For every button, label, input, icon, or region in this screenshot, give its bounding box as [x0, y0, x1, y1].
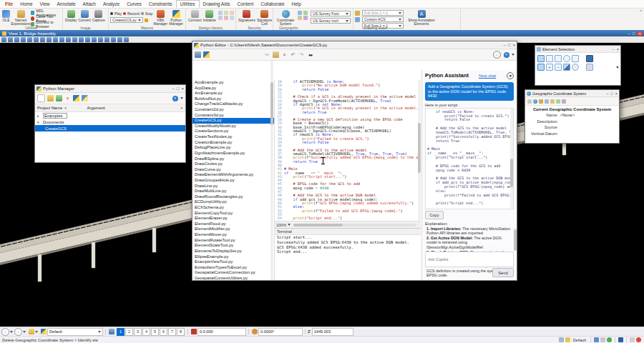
settings-icon[interactable]: ◦: [493, 51, 501, 59]
display-button[interactable]: Display: [65, 9, 77, 22]
file-item[interactable]: DrawCircles.py: [192, 161, 274, 167]
minimize-button[interactable]: –: [607, 91, 609, 96]
ribbon-tab-view[interactable]: View: [36, 0, 54, 8]
file-item[interactable]: AcoExample.py: [192, 80, 274, 86]
view-toggle-3[interactable]: 3: [134, 328, 142, 336]
clear-selection-icon[interactable]: [572, 64, 579, 71]
clip-volume-icon[interactable]: [92, 37, 97, 42]
view-next-icon[interactable]: [79, 37, 84, 42]
audit-trail-icon[interactable]: [218, 16, 223, 20]
copy-button[interactable]: Copy: [425, 211, 444, 219]
view-toggle-7[interactable]: 7: [168, 328, 176, 336]
tree-node-examples[interactable]: ▸ Examples: [35, 112, 185, 119]
ole-button[interactable]: OLE: [2, 9, 10, 22]
file-item[interactable]: ElementModifier.py: [192, 227, 274, 232]
tree-node-documents[interactable]: ▾ Documents: [35, 119, 185, 125]
subtract-selection-icon[interactable]: −: [555, 64, 562, 71]
file-item[interactable]: CreateModifyModel.py: [192, 124, 274, 129]
file-item[interactable]: ElementRotateTool.py: [192, 238, 274, 244]
assistant-code-block[interactable]: if newGCS is None: print("Failed to crea…: [425, 108, 514, 209]
minimize-button[interactable]: –: [613, 47, 615, 51]
ribbon-tab-content[interactable]: Content: [233, 0, 257, 8]
close-button[interactable]: ×: [617, 47, 619, 51]
forward-icon[interactable]: ›: [14, 328, 22, 336]
tag-revision-icon[interactable]: [230, 11, 234, 15]
code-editor[interactable]: 18 if ACTIVEMODEL is None:19 print("No a…: [275, 80, 421, 222]
select-shape-icon[interactable]: [555, 55, 562, 62]
angle-field[interactable]: 0.0000°: [258, 328, 303, 336]
file-item[interactable]: DrawElementWithArguments.py: [192, 172, 274, 178]
file-item[interactable]: ElementCopyTool.py: [192, 211, 274, 217]
select-circle-icon[interactable]: [563, 55, 570, 62]
close-button[interactable]: ×: [615, 91, 618, 96]
gcs-from-file-icon[interactable]: [539, 99, 543, 104]
adjust-brightness-icon[interactable]: [14, 37, 19, 42]
z-field[interactable]: 1445.003: [312, 328, 353, 336]
file-item[interactable]: ElementEraser.py: [192, 216, 274, 222]
close-button[interactable]: ×: [512, 43, 515, 47]
undo-icon[interactable]: ↶: [290, 51, 296, 58]
element-selection-titlebar[interactable]: Element Selection – ×: [535, 46, 620, 53]
view-toggle-6[interactable]: 6: [160, 328, 167, 336]
zoom-caret-icon[interactable]: [288, 224, 291, 226]
navigation-icon[interactable]: [111, 37, 116, 42]
acs-plane-icon[interactable]: [355, 11, 360, 16]
show-annotation-elements-button[interactable]: A Show Annotation Elements: [407, 9, 436, 26]
collapse-ribbon-icon[interactable]: ^: [640, 9, 642, 14]
commit-changes-icon[interactable]: [218, 11, 223, 15]
file-list-scrollbar[interactable]: [270, 61, 273, 280]
import-gcs-icon[interactable]: [556, 99, 560, 104]
flag-icon[interactable]: [618, 337, 623, 342]
collapse-icon[interactable]: ▾: [37, 120, 43, 124]
run-python-icon[interactable]: [203, 51, 210, 58]
alert-icon[interactable]: [636, 337, 641, 342]
invert-selection-icon[interactable]: [563, 64, 570, 71]
ribbon-tab-annotate[interactable]: Annotate: [54, 0, 79, 8]
file-item[interactable]: ExampleViewTool.py: [192, 259, 274, 265]
export-gcs-icon[interactable]: [303, 11, 308, 15]
file-item[interactable]: ECXSchema.py: [192, 205, 274, 211]
view-close-button[interactable]: ×: [637, 31, 643, 36]
resize-grip-icon[interactable]: [616, 66, 618, 69]
capture-button[interactable]: Capture: [92, 9, 105, 22]
browse-history-icon[interactable]: [224, 11, 228, 15]
saved-views-icon[interactable]: [104, 37, 109, 42]
macro-select-combo[interactable]: CreateGCS.py: [110, 17, 143, 23]
file-item[interactable]: CreateSections.py: [192, 129, 274, 134]
file-item[interactable]: CreateTextNodes.py: [192, 134, 274, 140]
gcs-from-placemark-icon[interactable]: [545, 99, 549, 104]
map-service-icon[interactable]: [303, 16, 308, 20]
view-toggle-4[interactable]: 4: [142, 328, 150, 336]
file-item[interactable]: DebugPlaceLine.py: [192, 145, 274, 151]
file-item[interactable]: ChangeTrackCallbacks.py: [192, 101, 274, 107]
model-combo[interactable]: Default: [47, 328, 103, 336]
ribbon-tab-drawing-aids[interactable]: Drawing Aids: [200, 0, 234, 8]
recent-files-folder-icon[interactable]: [29, 329, 34, 334]
more-options-caret-icon[interactable]: [512, 54, 514, 56]
gcs-dialog-titlebar[interactable]: Geographic Coordinate System – □ ×: [525, 90, 619, 97]
new-chat-link[interactable]: New chat: [479, 74, 496, 78]
design-history-connect-button[interactable]: Connect: [188, 9, 202, 22]
delete-icon[interactable]: ×: [281, 51, 288, 58]
file-item[interactable]: GeospatialContextConnection.py: [192, 270, 274, 276]
delete-history-icon[interactable]: [230, 16, 234, 20]
select-all-icon[interactable]: [586, 64, 593, 71]
file-item[interactable]: DrawMultiLine.py: [192, 189, 274, 194]
ribbon-tab-curves[interactable]: Curves: [123, 0, 145, 8]
view-titlebar[interactable]: View 1, Bridge Assembly – □ ×: [0, 30, 644, 36]
signature-cell-button[interactable]: Signature Cell: [257, 9, 272, 26]
select-gcs-icon[interactable]: [533, 99, 537, 104]
ask-copilot-input[interactable]: [425, 252, 514, 267]
window-area-icon[interactable]: [40, 37, 45, 42]
select-block-icon[interactable]: [546, 55, 553, 62]
import-gcs-icon[interactable]: [298, 16, 302, 20]
gcs-properties-icon[interactable]: [527, 99, 532, 104]
filter-icon[interactable]: ▼: [64, 106, 67, 110]
cut-icon[interactable]: ✂: [264, 51, 270, 58]
view-toggle-5[interactable]: 5: [151, 328, 159, 336]
add-folder-icon[interactable]: [56, 95, 62, 101]
python-editor-titlebar[interactable]: Python Editor - C:\Users\Nilesh.Sawant\D…: [192, 41, 517, 49]
select-line-icon[interactable]: [572, 55, 579, 62]
edit-macro-icon[interactable]: [145, 19, 148, 22]
acs-combo[interactable]: Custom ACS: [362, 16, 404, 22]
